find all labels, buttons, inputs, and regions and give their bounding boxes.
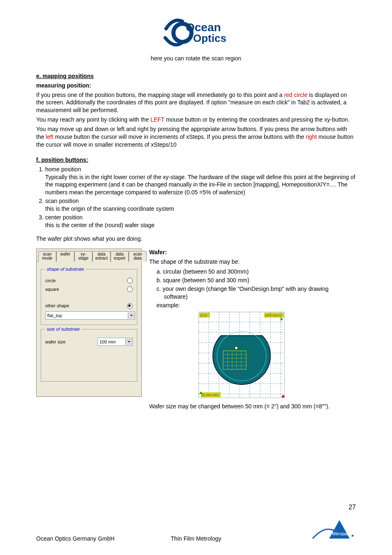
- svg-text:Optics: Optics: [193, 32, 226, 44]
- other-shape-select[interactable]: flat_top: [45, 311, 135, 320]
- wafer-size-value: 100 mm: [99, 339, 116, 345]
- chevron-down-icon: [128, 312, 135, 319]
- wafer-heading: Wafer:: [149, 249, 167, 256]
- wafer-example-label: example:: [157, 302, 356, 309]
- red-circle-text: red circle: [284, 92, 307, 98]
- section-e-heading: e. mapping positions: [36, 72, 356, 80]
- svg-text:Mikropack: Mikropack: [332, 532, 351, 536]
- section-e-p3: You may move up and down or left and rig…: [36, 125, 356, 149]
- mikropack-logo: Mikropack: [311, 518, 356, 543]
- tab-xy-stage[interactable]: xy-stage: [74, 251, 92, 262]
- wafer-plot-tail: The wafer plot shows what you are doing.: [36, 235, 356, 243]
- footer-left: Ocean Optics Germany GmbH: [36, 535, 115, 543]
- section-e-p1: If you press one of the position buttons…: [36, 91, 356, 115]
- dialog-tabs: scan mode wafer xy-stage data extract da…: [37, 249, 141, 261]
- section-f-heading: f. position buttons:: [36, 156, 356, 164]
- wafer-description: Wafer: The shape of the substrate may be…: [149, 249, 356, 412]
- tab-data-extract[interactable]: data extract: [92, 251, 111, 262]
- wafer-shape-b: b. square (between 50 and 300 mm): [157, 276, 356, 284]
- size-groupbox-title: size of substrate: [45, 326, 81, 332]
- tab-body: shape of substrate circle square other s…: [37, 261, 141, 389]
- wafer-dialog: scan mode wafer xy-stage data extract da…: [36, 249, 142, 397]
- left-text-1: LEFT: [150, 116, 164, 123]
- wafer-size-label: wafer size: [45, 339, 66, 345]
- size-groupbox: size of substrate wafer size 100 mm: [41, 329, 137, 382]
- radio-square-label: square: [45, 286, 59, 292]
- other-shape-value: flat_top: [47, 313, 62, 319]
- svg-point-19: [235, 346, 238, 350]
- page-footer: Ocean Optics Germany GmbH Thin Film Metr…: [36, 518, 356, 543]
- left-text-2: left: [46, 134, 53, 140]
- shape-groupbox: shape of substrate circle square other s…: [41, 269, 137, 325]
- radio-circle-label: circle: [45, 278, 56, 284]
- position-buttons-list: home position Typically this is in the r…: [36, 166, 356, 229]
- radio-other[interactable]: [127, 303, 133, 309]
- svg-text:(0,100 mm): (0,100 mm): [202, 393, 219, 397]
- wafer-shape-c: c. your own design (change file "OwnDesi…: [157, 285, 356, 301]
- rotate-caption: here you can rotate the scan region: [36, 55, 356, 62]
- tab-wafer[interactable]: wafer: [56, 251, 74, 262]
- tab-data-export[interactable]: data export: [111, 251, 129, 262]
- page: Ocean Optics here you can rotate the sca…: [0, 0, 392, 555]
- footer-center: Thin Film Metrology: [171, 535, 221, 543]
- section-e-p2: You may reach any point by clicking with…: [36, 116, 356, 124]
- list-item: scan position this is the origin of the …: [45, 197, 356, 213]
- wafer-intro: The shape of the substrate may be:: [149, 258, 356, 266]
- ocean-optics-logo: Ocean Optics: [161, 16, 231, 51]
- list-item: home position Typically this is in the r…: [45, 166, 356, 197]
- list-item: center position this is the center of th…: [45, 214, 356, 229]
- radio-square[interactable]: [127, 286, 133, 292]
- radio-circle[interactable]: [127, 278, 133, 283]
- radio-other-label: other shape: [45, 303, 69, 309]
- header: Ocean Optics: [36, 16, 356, 51]
- wafer-size-footer: Wafer size may be changed between 50 mm …: [149, 403, 356, 410]
- shape-groupbox-title: shape of substrate: [45, 266, 86, 272]
- measuring-position-subheading: measuring position:: [36, 82, 356, 90]
- tab-scan-data[interactable]: scan data: [129, 251, 147, 262]
- wafer-size-select[interactable]: 100 mm: [97, 338, 133, 346]
- svg-text:(0,0): (0,0): [200, 313, 207, 317]
- tab-scan-mode[interactable]: scan mode: [38, 251, 56, 262]
- svg-point-35: [282, 395, 284, 398]
- chevron-down-icon: [125, 339, 132, 345]
- wafer-diagram: (0,0) (100 mm,0) (0,100 mm): [198, 312, 356, 400]
- right-text: right: [306, 134, 317, 140]
- wafer-shape-a: a. circular (between 50 and 300mm): [157, 268, 356, 276]
- page-number: 27: [348, 503, 356, 512]
- svg-text:(100 mm,0): (100 mm,0): [265, 313, 282, 317]
